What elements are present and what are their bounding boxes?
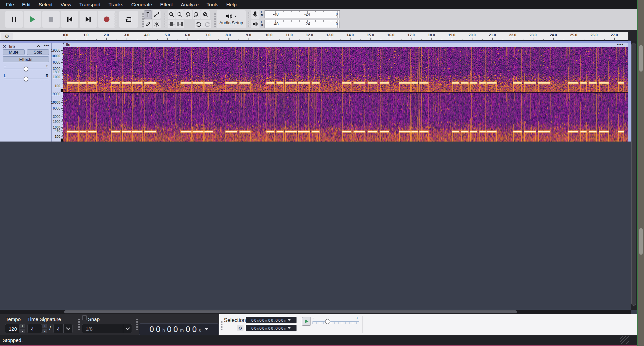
zoom-out-button[interactable] [176,10,184,19]
time-format-chevron[interactable] [205,328,208,330]
vertical-scrollbar-thumb[interactable] [631,43,636,306]
ts-lower-chevron[interactable] [63,324,72,333]
solo-button[interactable]: Solo [27,49,49,55]
speaker-icon [226,13,237,19]
frame-decoration [639,228,643,255]
time-signature-upper-input[interactable]: 4 [27,324,42,333]
menu-generate[interactable]: Generate [128,1,156,8]
zoom-selection-button[interactable] [184,10,192,19]
record-meter-icon-button[interactable] [251,10,260,19]
ruler-label: 3.0 [124,33,129,37]
menu-analyze[interactable]: Analyze [178,1,202,8]
pause-button[interactable] [5,11,23,28]
record-button[interactable] [98,11,115,28]
play-meter-meter-bar[interactable]: -48-240 [265,20,340,28]
play-meter-channel-labels: LR [261,21,263,27]
record-meter-grip[interactable] [248,11,250,18]
zoom-toggle-button[interactable] [201,10,210,19]
ts-increment-button[interactable]: + [42,324,47,328]
effects-button[interactable]: Effects [3,56,49,62]
meter-scale-label: -24 [305,12,310,17]
play-speed-slider-thumb[interactable] [325,319,330,324]
zoom-project-button[interactable] [193,10,201,19]
ruler-label: 2.0 [104,33,109,37]
menu-tools[interactable]: Tools [203,1,222,8]
tempo-toolbar-grip[interactable] [1,319,3,331]
timeline-options-button[interactable]: ⚙ [1,33,13,40]
track-close-icon[interactable]: ✕ [3,44,6,49]
selection-start-field[interactable]: 00h00m00.000s [246,317,297,323]
skip-to-end-button[interactable] [80,11,97,28]
clip-menu-kebab-icon[interactable]: ••• [617,42,624,47]
time-toolbar-grip[interactable] [136,319,138,331]
snap-checkbox[interactable] [82,315,87,320]
selection-end-field[interactable]: 00h00m00.000s [246,325,297,331]
ruler-label: 7.0 [205,33,210,37]
stop-button[interactable] [42,11,60,28]
envelope-tool-button[interactable] [153,10,161,19]
edit-toolbar-grip[interactable] [164,12,166,27]
skip-to-start-button[interactable] [61,11,78,28]
ruler-minor-tick [96,39,97,40]
snap-chevron[interactable] [123,324,132,333]
pan-slider-thumb[interactable] [24,77,28,81]
selection-end-chevron[interactable] [288,327,291,329]
snap-label: Snap [88,316,100,322]
record-meter-meter-bar[interactable]: -48-240 [265,10,340,18]
selection-options-gear-icon[interactable]: ⚙ [237,325,244,331]
tempo-increment-button[interactable]: + [20,324,25,328]
tools-toolbar-grip[interactable] [142,12,144,27]
audio-setup-grip[interactable] [214,12,216,27]
gain-slider-thumb[interactable] [24,67,28,71]
menu-effect[interactable]: Effect [157,1,176,8]
menu-file[interactable]: File [3,1,17,8]
play-meter-grip[interactable] [248,21,250,28]
pause-icon [10,15,18,24]
selection-end-digits: 00h00m00.000s [252,325,287,331]
selection-toolbar-grip[interactable] [221,320,223,330]
transport-toolbar-grip[interactable] [1,12,3,27]
clip-title-bar[interactable]: fire ••• [63,43,628,47]
tempo-decrement-button[interactable]: - [20,329,25,333]
spectrogram-canvas[interactable] [63,47,628,142]
silence-selection-button[interactable] [176,20,184,28]
menu-transport[interactable]: Transport [76,1,104,8]
tempo-input[interactable]: 120 [5,324,20,333]
timeline-ruler[interactable]: 0.01.02.03.04.05.06.07.08.09.010.011.012… [0,32,628,41]
multi-tool-button[interactable] [153,20,161,28]
menu-view[interactable]: View [57,1,75,8]
play-meter-icon-button[interactable] [251,20,260,28]
undo-button[interactable] [195,20,203,28]
selection-tool-button[interactable] [144,10,152,19]
loop-grip[interactable] [114,12,116,27]
selection-start-chevron[interactable] [288,319,291,321]
main-time-display[interactable]: 00h00m00s [139,323,219,335]
mute-button[interactable]: Mute [3,49,25,55]
chevron-up-icon[interactable] [37,45,41,48]
ruler-label: 18.0 [428,33,435,37]
track-menu-kebab-icon[interactable]: ••• [44,43,49,48]
menu-select[interactable]: Select [35,1,56,8]
menu-edit[interactable]: Edit [19,1,34,8]
trim-outside-selection-button[interactable] [168,20,176,28]
redo-button[interactable] [203,20,211,28]
ruler-minor-tick [462,39,462,40]
zoom-in-button[interactable] [168,10,176,19]
loop-button[interactable] [119,11,138,28]
time-signature-label: Time Signature [27,316,61,322]
play-at-speed-button[interactable] [302,317,311,326]
track-control-panel[interactable]: ✕ fire ••• Mute Solo Effects − + L R [0,43,52,142]
draw-tool-button[interactable] [144,20,152,28]
ruler-minor-tick [564,39,564,40]
horizontal-scrollbar-thumb[interactable] [64,310,517,313]
track-name[interactable]: fire [9,44,15,49]
menu-help[interactable]: Help [223,1,240,8]
play-button[interactable] [24,11,41,28]
ts-decrement-button[interactable]: - [42,329,47,333]
snap-toolbar-grip[interactable] [78,319,80,331]
ruler-label: 12.0 [306,33,313,37]
window-resize-grip[interactable] [620,336,629,344]
menu-tracks[interactable]: Tracks [105,1,127,8]
audio-setup-button[interactable]: Audio Setup [217,10,246,28]
ruler-minor-tick [320,39,320,40]
